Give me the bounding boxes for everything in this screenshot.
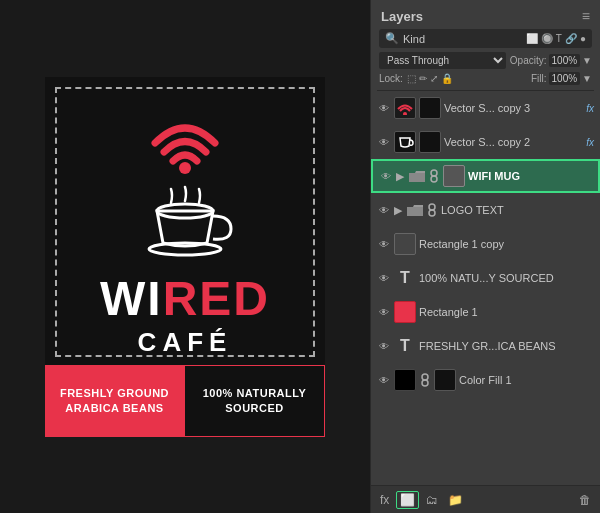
layer-fx-badge: fx	[586, 103, 594, 114]
opacity-section: Opacity: 100% ▼	[510, 54, 592, 67]
layer-item-wifi-mug[interactable]: 👁 ▶ WIFI MUG	[371, 159, 600, 193]
layer-thumbnail	[394, 369, 416, 391]
layer-item[interactable]: 👁 Vector S... copy 2 fx	[371, 125, 600, 159]
chain-icon	[419, 373, 431, 387]
opacity-label: Opacity:	[510, 55, 547, 66]
layer-name: FRESHLY GR...ICA BEANS	[419, 340, 594, 352]
brand-wired: WIRED	[100, 275, 270, 323]
layer-fx-badge: fx	[586, 137, 594, 148]
lock-label: Lock:	[379, 73, 403, 84]
svg-point-5	[431, 176, 437, 182]
eye-icon[interactable]: 👁	[377, 238, 391, 250]
layer-name: 100% NATU...Y SOURCED	[419, 272, 594, 284]
layer-item[interactable]: 👁 Vector S... copy 3 fx	[371, 91, 600, 125]
brand-cafe: CAFÉ	[138, 327, 233, 358]
toolbar-folder-icon[interactable]: 🗂	[423, 491, 441, 509]
layer-item-rect-copy[interactable]: 👁 Rectangle 1 copy	[371, 227, 600, 261]
layers-panel: Layers ≡ 🔍 Kind ⬜ 🔘 T 🔗 ● Pass Through N…	[370, 0, 600, 513]
svg-point-8	[422, 374, 428, 380]
svg-point-0	[179, 162, 191, 174]
layer-thumbnail	[394, 131, 416, 153]
layer-item-text2[interactable]: 👁 T FRESHLY GR...ICA BEANS	[371, 329, 600, 363]
lock-icons: ⬚ ✏ ⤢ 🔒	[407, 73, 453, 84]
layer-type-icon: T	[394, 267, 416, 289]
toolbar-new-group-icon[interactable]: 📁	[445, 491, 466, 509]
strip-right: 100% NATURALLYSOURCED	[184, 365, 325, 437]
canvas-area: WIRED CAFÉ FRESHLY GROUNDARABICA BEANS 1…	[0, 0, 370, 513]
layer-name: WIFI MUG	[468, 170, 592, 182]
layer-mask-thumb	[419, 131, 441, 153]
eye-icon[interactable]: 👁	[377, 374, 391, 386]
eye-icon[interactable]: 👁	[377, 102, 391, 114]
collapse-arrow[interactable]: ▶	[394, 204, 402, 217]
collapse-arrow[interactable]: ▶	[396, 170, 404, 183]
layers-toolbar: fx ⬜ 🗂 📁 🗑	[371, 485, 600, 513]
layer-type-icon: T	[394, 335, 416, 357]
layer-name: Color Fill 1	[459, 374, 594, 386]
coffee-mug	[135, 181, 235, 261]
svg-point-6	[429, 204, 435, 210]
search-icon-link[interactable]: 🔗	[565, 33, 577, 44]
strip-right-text: 100% NATURALLYSOURCED	[203, 386, 307, 415]
search-icons: ⬜ 🔘 T 🔗 ●	[526, 33, 586, 44]
layer-thumbnail	[394, 301, 416, 323]
opacity-value[interactable]: 100%	[549, 54, 581, 67]
panel-title: Layers	[381, 9, 423, 24]
lock-icon-lock[interactable]: 🔒	[441, 73, 453, 84]
blend-mode-select[interactable]: Pass Through Normal Multiply	[379, 52, 506, 69]
fill-value[interactable]: 100%	[549, 72, 581, 85]
design-card: WIRED CAFÉ FRESHLY GROUNDARABICA BEANS 1…	[45, 77, 325, 437]
layer-name: Rectangle 1 copy	[419, 238, 594, 250]
eye-icon[interactable]: 👁	[377, 340, 391, 352]
chain-icon	[428, 169, 440, 183]
eye-icon[interactable]: 👁	[377, 272, 391, 284]
panel-menu-icon[interactable]: ≡	[582, 8, 590, 24]
toolbar-delete-icon[interactable]: 🗑	[576, 491, 594, 509]
svg-point-9	[422, 380, 428, 386]
layer-item-logo-text[interactable]: 👁 ▶ LOGO TEXT	[371, 193, 600, 227]
svg-point-7	[429, 210, 435, 216]
layer-name: Rectangle 1	[419, 306, 594, 318]
toolbar-fx-icon[interactable]: fx	[377, 491, 392, 509]
layers-list[interactable]: 👁 Vector S... copy 3 fx 👁 Vector S... co…	[371, 91, 600, 485]
layer-thumbnail	[394, 97, 416, 119]
layer-item-text1[interactable]: 👁 T 100% NATU...Y SOURCED	[371, 261, 600, 295]
lock-icon-pen[interactable]: ✏	[419, 73, 427, 84]
search-icon-dot[interactable]: ●	[580, 33, 586, 44]
lock-icon-rect[interactable]: ⬚	[407, 73, 416, 84]
layer-color-swatch	[434, 369, 456, 391]
search-icon-type[interactable]: T	[556, 33, 562, 44]
eye-icon[interactable]: 👁	[377, 306, 391, 318]
lock-bar: Lock: ⬚ ✏ ⤢ 🔒 Fill: 100% ▼	[379, 72, 592, 85]
layer-item-rect1[interactable]: 👁 Rectangle 1	[371, 295, 600, 329]
layer-item-colorfill[interactable]: 👁 Color Fill 1	[371, 363, 600, 397]
search-icon-circle[interactable]: 🔘	[541, 33, 553, 44]
search-icon: 🔍	[385, 32, 399, 45]
eye-icon[interactable]: 👁	[379, 170, 393, 182]
svg-point-3	[403, 112, 407, 115]
search-bar[interactable]: 🔍 Kind ⬜ 🔘 T 🔗 ●	[379, 29, 592, 48]
wifi-icon	[140, 105, 230, 175]
strip-left: FRESHLY GROUNDARABICA BEANS	[45, 365, 184, 437]
bottom-strip: FRESHLY GROUNDARABICA BEANS 100% NATURAL…	[45, 365, 325, 437]
search-kind-label[interactable]: Kind	[403, 33, 425, 45]
blend-bar: Pass Through Normal Multiply Opacity: 10…	[379, 52, 592, 69]
eye-icon[interactable]: 👁	[377, 204, 391, 216]
fill-label: Fill:	[531, 73, 547, 84]
brand-text: WIRED	[100, 275, 270, 323]
search-icon-rect[interactable]: ⬜	[526, 33, 538, 44]
toolbar-circle-icon[interactable]: ⬜	[396, 491, 419, 509]
layer-name: Vector S... copy 2	[444, 136, 583, 148]
folder-icon	[407, 203, 423, 217]
chain-icon	[426, 203, 438, 217]
layer-name: Vector S... copy 3	[444, 102, 583, 114]
strip-left-text: FRESHLY GROUNDARABICA BEANS	[60, 386, 169, 415]
fill-section: Fill: 100% ▼	[531, 72, 592, 85]
folder-icon	[409, 169, 425, 183]
layer-thumbnail	[394, 233, 416, 255]
svg-point-4	[431, 170, 437, 176]
lock-icon-move[interactable]: ⤢	[430, 73, 438, 84]
layer-mask-thumb	[419, 97, 441, 119]
panel-header: Layers ≡	[371, 0, 600, 29]
eye-icon[interactable]: 👁	[377, 136, 391, 148]
